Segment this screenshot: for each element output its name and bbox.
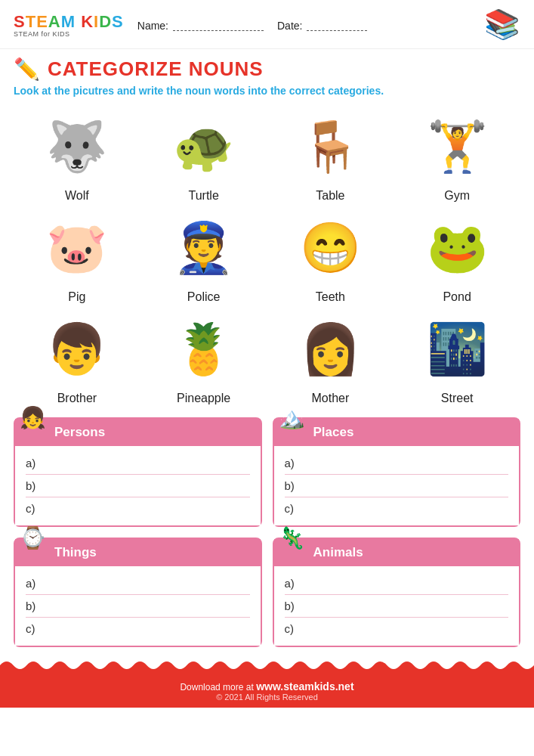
category-item-persons-1[interactable]: b) <box>26 475 250 497</box>
image-label-mother: Mother <box>311 392 349 405</box>
category-box-persons: 👧 Persons a)b)c) <box>14 417 262 527</box>
image-item-turtle: 🐢 Turtle <box>140 109 267 203</box>
name-line: Name: <box>137 20 264 32</box>
category-body-places: a)b)c) <box>274 446 520 525</box>
category-box-animals: 🦎 Animals a)b)c) <box>273 538 521 647</box>
abc-icon: 📚 <box>484 8 520 44</box>
image-emoji-pineapple: 🍍 <box>159 311 249 387</box>
category-header-animals: 🦎 Animals <box>274 539 520 566</box>
image-label-turtle: Turtle <box>188 189 218 203</box>
image-emoji-teeth: 😁 <box>285 210 375 286</box>
image-label-gym: Gym <box>444 189 470 203</box>
category-item-things-2[interactable]: c) <box>26 618 250 640</box>
image-label-pineapple: Pineapple <box>177 392 230 405</box>
logo-area: STEAM KIDS STEAM for KIDS <box>14 14 124 38</box>
name-input-line <box>173 20 264 31</box>
footer-copyright: © 2021 All Rights Reserved <box>0 692 534 702</box>
category-header-things: ⌚ Things <box>15 539 261 566</box>
date-label: Date: <box>277 20 302 32</box>
image-emoji-table: 🪑 <box>285 109 375 184</box>
image-label-wolf: Wolf <box>65 189 89 203</box>
category-box-places: 🏔️ Places a)b)c) <box>273 417 521 527</box>
footer-download-text: Download more at www.steamkids.net <box>0 680 534 692</box>
categories-section: 👧 Persons a)b)c) 🏔️ Places a)b)c) ⌚ Thin… <box>0 405 534 658</box>
date-input-line <box>307 20 367 31</box>
category-icon-persons: 👧 <box>20 405 46 430</box>
category-item-things-0[interactable]: a) <box>26 572 250 595</box>
pencil-icon: ✏️ <box>14 57 40 82</box>
category-item-things-1[interactable]: b) <box>26 595 250 618</box>
image-emoji-pig: 🐷 <box>32 210 122 286</box>
footer-url: www.steamkids.net <box>256 680 353 692</box>
image-item-teeth: 😁 Teeth <box>267 210 394 304</box>
image-emoji-turtle: 🐢 <box>159 109 249 184</box>
image-item-mother: 👩 Mother <box>267 311 394 405</box>
image-emoji-mother: 👩 <box>285 311 375 387</box>
logo-subtitle: STEAM for KIDS <box>14 30 124 38</box>
image-item-pond: 🐸 Pond <box>394 210 520 304</box>
footer: Download more at www.steamkids.net © 202… <box>0 673 534 708</box>
category-header-places: 🏔️ Places <box>274 419 520 446</box>
category-body-things: a)b)c) <box>15 566 261 646</box>
category-box-things: ⌚ Things a)b)c) <box>14 538 262 647</box>
logo-text: STEAM KIDS <box>14 14 124 30</box>
image-label-pig: Pig <box>68 290 85 304</box>
category-header-persons: 👧 Persons <box>15 419 261 446</box>
name-label: Name: <box>137 20 168 32</box>
category-item-animals-0[interactable]: a) <box>285 572 509 595</box>
image-item-pineapple: 🍍 Pineapple <box>140 311 267 405</box>
title-row: ✏️ CATEGORIZE NOUNS <box>14 57 520 82</box>
category-title-things: Things <box>54 545 97 560</box>
category-title-places: Places <box>313 425 354 440</box>
footer-label: Download more at <box>180 682 253 692</box>
category-title-persons: Persons <box>54 425 105 440</box>
category-item-places-0[interactable]: a) <box>285 452 509 475</box>
image-label-pond: Pond <box>443 290 471 304</box>
category-item-animals-1[interactable]: b) <box>285 595 509 618</box>
image-label-police: Police <box>187 290 221 304</box>
image-item-pig: 🐷 Pig <box>14 210 140 304</box>
images-grid: 🐺 Wolf 🐢 Turtle 🪑 Table 🏋️ Gym 🐷 Pig 👮 P… <box>0 100 534 405</box>
image-label-brother: Brother <box>57 392 97 405</box>
category-item-places-1[interactable]: b) <box>285 475 509 497</box>
header: STEAM KIDS STEAM for KIDS Name: Date: 📚 <box>0 0 534 49</box>
image-item-gym: 🏋️ Gym <box>394 109 520 203</box>
image-emoji-pond: 🐸 <box>412 210 502 286</box>
category-icon-animals: 🦎 <box>279 525 305 550</box>
image-item-police: 👮 Police <box>140 210 267 304</box>
category-body-persons: a)b)c) <box>15 446 261 525</box>
image-emoji-street: 🌃 <box>412 311 502 387</box>
name-date-area: Name: Date: <box>137 20 477 32</box>
image-emoji-wolf: 🐺 <box>32 109 122 184</box>
image-item-street: 🌃 Street <box>394 311 520 405</box>
category-item-animals-2[interactable]: c) <box>285 618 509 640</box>
category-item-places-2[interactable]: c) <box>285 497 509 519</box>
date-line: Date: <box>277 20 367 32</box>
subtitle: Look at the picutres and write the noun … <box>14 85 520 97</box>
image-label-street: Street <box>441 392 474 405</box>
image-item-table: 🪑 Table <box>267 109 394 203</box>
category-item-persons-2[interactable]: c) <box>26 497 250 519</box>
image-item-brother: 👦 Brother <box>14 311 140 405</box>
image-item-wolf: 🐺 Wolf <box>14 109 140 203</box>
image-label-teeth: Teeth <box>316 290 345 304</box>
category-body-animals: a)b)c) <box>274 566 520 646</box>
image-emoji-brother: 👦 <box>32 311 122 387</box>
image-emoji-police: 👮 <box>159 210 249 286</box>
footer-scallop <box>0 658 534 673</box>
category-title-animals: Animals <box>313 545 363 560</box>
main-title: CATEGORIZE NOUNS <box>48 57 264 81</box>
category-icon-things: ⌚ <box>20 525 46 550</box>
title-section: ✏️ CATEGORIZE NOUNS Look at the picutres… <box>0 49 534 100</box>
image-label-table: Table <box>316 189 344 203</box>
category-icon-places: 🏔️ <box>279 405 305 430</box>
category-item-persons-0[interactable]: a) <box>26 452 250 475</box>
image-emoji-gym: 🏋️ <box>412 109 502 184</box>
